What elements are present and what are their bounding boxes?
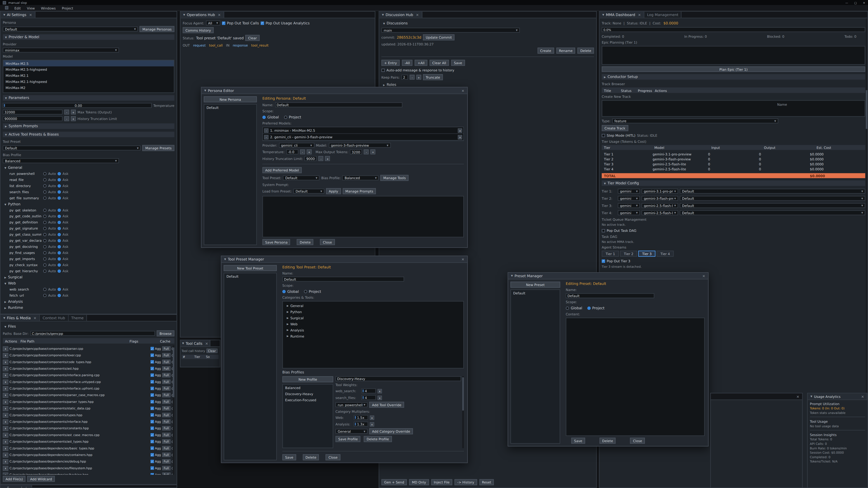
pop-out-task-dag-checkbox[interactable]	[602, 229, 605, 232]
max-output-decrement-button[interactable]: -	[364, 149, 369, 154]
ask-radio[interactable]	[58, 208, 61, 212]
scope-global-radio[interactable]	[566, 306, 569, 310]
remove-file-button[interactable]: x	[3, 353, 8, 358]
auto-radio[interactable]	[43, 190, 46, 193]
history-limit-input[interactable]	[3, 116, 62, 121]
detached-stream-tab[interactable]: ×	[711, 393, 802, 399]
agg-checkbox[interactable]: ✓	[151, 453, 154, 457]
discussion-footer-button[interactable]: Inject File	[431, 479, 452, 485]
close-icon[interactable]: ×	[205, 341, 208, 346]
full-button[interactable]: Full	[162, 399, 170, 404]
tool-group-header[interactable]: ▶ Surgical	[3, 274, 174, 280]
tier-persona-select[interactable]: Default ▼	[680, 203, 865, 208]
add-wildcard-button[interactable]: Add Wildcard	[27, 476, 55, 482]
menu-item[interactable]: Edit	[14, 6, 21, 10]
full-button[interactable]: Full	[162, 373, 170, 378]
multiplier-input[interactable]: 1.3x	[354, 422, 368, 427]
menu-item[interactable]: Windows	[41, 6, 56, 10]
remove-file-button[interactable]: x	[3, 466, 8, 470]
ask-radio[interactable]	[58, 184, 61, 187]
scrollbar-thumb[interactable]	[173, 348, 174, 397]
model-list-item[interactable]: MiniMax-M2.1	[3, 72, 174, 78]
agent-stream-tab[interactable]: Tier 1	[602, 251, 619, 257]
category-override-select[interactable]: General ▼	[336, 429, 368, 434]
track-name-field[interactable]: Name	[602, 100, 865, 117]
remove-file-button[interactable]: x	[3, 472, 8, 475]
remove-file-button[interactable]: x	[3, 459, 8, 464]
minimize-icon[interactable]: —	[845, 1, 848, 4]
close-icon[interactable]: ×	[416, 12, 419, 17]
full-button[interactable]: Full	[162, 433, 170, 437]
remove-file-button[interactable]: x	[3, 359, 8, 364]
full-button[interactable]: Full	[162, 360, 170, 364]
tool-preset-select[interactable]: Default ▼	[3, 145, 141, 151]
provider-select[interactable]: minimax ▼	[3, 48, 119, 53]
tool-group-header[interactable]: ▼ General	[3, 165, 174, 170]
add-category-override-button[interactable]: Add Category Override	[369, 428, 413, 434]
scrollbar-thumb[interactable]	[462, 377, 464, 411]
delete-tool-preset-button[interactable]: Delete	[303, 454, 319, 460]
comms-history-button[interactable]: Comms History	[183, 27, 214, 33]
scope-project-radio[interactable]	[587, 306, 591, 310]
agg-checkbox[interactable]: ✓	[151, 420, 154, 423]
max-tokens-input[interactable]	[3, 109, 62, 115]
auto-radio[interactable]	[43, 269, 46, 272]
ask-radio[interactable]	[58, 269, 61, 272]
agg-checkbox[interactable]: ✓	[151, 393, 154, 397]
remove-file-button[interactable]: x	[3, 439, 8, 444]
agg-checkbox[interactable]: ✓	[151, 380, 154, 383]
auto-radio[interactable]	[43, 257, 46, 260]
agg-checkbox[interactable]: ✓	[151, 473, 154, 475]
tool-group-header[interactable]: ▼ Web	[3, 281, 174, 286]
persona-temperature-input[interactable]	[286, 149, 298, 154]
bias-profile-item[interactable]: Balanced	[283, 385, 333, 391]
ask-radio[interactable]	[58, 221, 61, 224]
model-list-item[interactable]: MiniMax-M2.5-highspeed	[3, 66, 174, 72]
bias-profile-select[interactable]: Balanced ▼	[3, 158, 119, 163]
expand-all-button[interactable]: +All	[415, 60, 427, 66]
preset-manager-titlebar[interactable]: ▼ Preset Manager ×	[508, 273, 708, 279]
track-type-select[interactable]: feature ▼	[612, 119, 778, 123]
plan-epic-button[interactable]: Plan Epic (Tier 1)	[602, 66, 865, 72]
agent-stream-tab[interactable]: Tier 3	[638, 251, 655, 257]
tab-theme[interactable]: Theme	[68, 315, 87, 321]
remove-model-button[interactable]: x	[458, 135, 462, 139]
manage-prompts-button[interactable]: Manage Prompts	[343, 188, 376, 194]
add-preferred-model-button[interactable]: Add Preferred Model	[262, 167, 302, 173]
keep-pairs-input[interactable]	[401, 75, 408, 80]
auto-radio[interactable]	[43, 178, 46, 181]
collapse-all-button[interactable]: -All	[402, 60, 413, 66]
files-scrollbar[interactable]	[173, 345, 174, 475]
auto-radio[interactable]	[43, 184, 46, 187]
tool-preset-name-input[interactable]	[282, 276, 404, 282]
save-profile-button[interactable]: Save Profile	[336, 436, 361, 442]
auto-radio[interactable]	[43, 221, 46, 224]
ask-radio[interactable]	[58, 239, 61, 242]
close-icon[interactable]: ✕	[863, 1, 865, 4]
persona-name-input[interactable]	[275, 102, 402, 107]
create-discussion-button[interactable]: Create	[537, 48, 554, 54]
category-tree-item[interactable]: ▶ Surgical	[285, 315, 461, 320]
ask-radio[interactable]	[58, 215, 61, 218]
ask-radio[interactable]	[58, 257, 61, 260]
tab-usage-analytics[interactable]: ▼ Usage Analytics ×	[808, 393, 867, 399]
ask-radio[interactable]	[58, 233, 61, 236]
close-icon[interactable]: ×	[461, 88, 464, 93]
agg-checkbox[interactable]: ✓	[151, 413, 154, 417]
active-presets-header[interactable]: ▼ Active Tool Presets & Biases	[3, 132, 174, 137]
full-button[interactable]: Full	[162, 473, 170, 475]
full-button[interactable]: Full	[162, 426, 170, 431]
epic-planning-textarea[interactable]	[602, 46, 865, 65]
save-tool-preset-button[interactable]: Save	[282, 454, 296, 460]
files-section-header[interactable]: ▼ Files	[3, 324, 174, 329]
full-button[interactable]: Full	[162, 439, 170, 444]
remove-file-button[interactable]: x	[3, 372, 8, 378]
close-icon[interactable]: ×	[702, 273, 705, 278]
auto-radio[interactable]	[43, 287, 46, 291]
keep-pairs-decrement-button[interactable]: -	[410, 75, 414, 80]
model-list-item[interactable]: MiniMax-M2.5	[3, 60, 174, 66]
remove-weight-button[interactable]: x	[377, 395, 382, 400]
persona-model-select[interactable]: gemini-3-flash-preview ▼	[329, 143, 391, 148]
tier-persona-select[interactable]: Default ▼	[680, 189, 865, 194]
new-tool-preset-button[interactable]: New Tool Preset	[223, 265, 277, 271]
